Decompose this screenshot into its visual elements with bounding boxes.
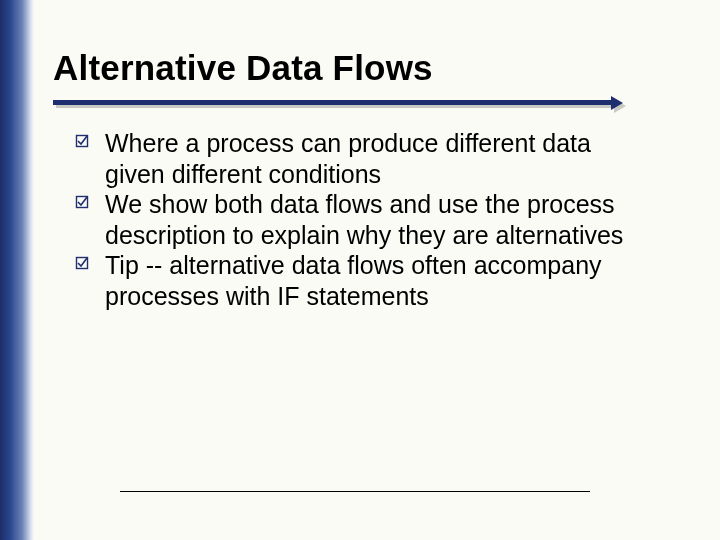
list-item: We show both data flows and use the proc… bbox=[75, 189, 635, 250]
slide-title: Alternative Data Flows bbox=[53, 48, 433, 88]
checkbox-bullet-icon bbox=[75, 134, 89, 148]
slide: Alternative Data Flows Where a process c… bbox=[0, 0, 720, 540]
list-item: Where a process can produce different da… bbox=[75, 128, 635, 189]
list-item-text: Tip -- alternative data flows often acco… bbox=[105, 251, 602, 310]
footer-divider bbox=[120, 491, 590, 492]
checkbox-bullet-icon bbox=[75, 195, 89, 209]
bullet-list: Where a process can produce different da… bbox=[75, 128, 635, 311]
left-gradient-sidebar bbox=[0, 0, 34, 540]
list-item: Tip -- alternative data flows often acco… bbox=[75, 250, 635, 311]
list-item-text: We show both data flows and use the proc… bbox=[105, 190, 623, 249]
list-item-text: Where a process can produce different da… bbox=[105, 129, 591, 188]
checkbox-bullet-icon bbox=[75, 256, 89, 270]
title-underline-arrow bbox=[53, 100, 613, 110]
